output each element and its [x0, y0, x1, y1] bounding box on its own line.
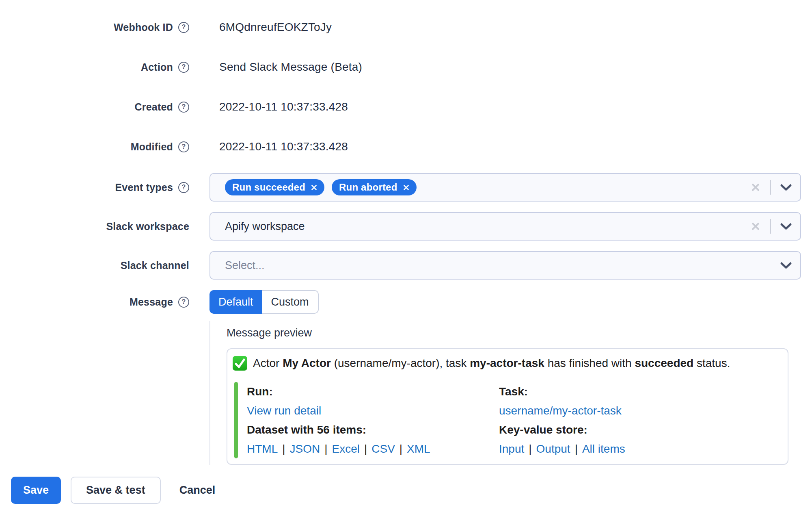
chevron-down-icon[interactable]	[779, 221, 793, 232]
format-link-csv[interactable]: CSV	[371, 443, 395, 456]
save-button[interactable]: Save	[11, 477, 61, 504]
actor-name: My Actor	[283, 357, 331, 369]
slack-workspace-label: Slack workspace	[106, 221, 189, 232]
select-divider	[770, 180, 771, 195]
message-preview-title: Message preview	[227, 327, 812, 339]
help-icon[interactable]: ?	[178, 102, 189, 113]
store-link-output[interactable]: Output	[536, 443, 570, 456]
status-text: Actor My Actor (username/my-actor), task…	[253, 357, 730, 370]
task-title: Task:	[499, 382, 780, 401]
slack-workspace-select[interactable]: Apify workspace	[209, 212, 801, 241]
slack-workspace-row: Slack workspace Apify workspace	[0, 212, 812, 241]
clear-icon[interactable]	[749, 181, 762, 194]
slack-channel-label: Slack channel	[121, 260, 189, 271]
event-types-row: Event types ? Run succeeded Run aborted	[0, 173, 812, 202]
help-icon[interactable]: ?	[178, 62, 189, 73]
event-type-tag: Run aborted	[332, 179, 417, 195]
modified-label: Modified	[131, 141, 173, 153]
chevron-down-icon[interactable]	[779, 182, 793, 193]
help-icon[interactable]: ?	[178, 141, 189, 152]
tag-remove-icon[interactable]	[311, 184, 317, 191]
key-value-store-label: Key-value store:	[499, 420, 780, 439]
task-column: Task: username/my-actor-task Key-value s…	[499, 382, 780, 458]
format-link-html[interactable]: HTML	[247, 443, 278, 456]
created-value: 2022-10-11 10:37:33.428	[209, 100, 348, 113]
chevron-down-icon[interactable]	[779, 260, 793, 271]
task-name: my-actor-task	[470, 357, 544, 369]
run-title: Run:	[247, 382, 499, 401]
message-row: Message ? Default Custom	[0, 290, 812, 314]
created-label: Created	[135, 101, 173, 113]
link-separator: |	[364, 443, 367, 456]
tag-remove-icon[interactable]	[403, 184, 409, 191]
store-link-input[interactable]: Input	[499, 443, 524, 456]
link-separator: |	[400, 443, 402, 456]
action-value: Send Slack Message (Beta)	[209, 61, 362, 73]
link-separator: |	[282, 443, 285, 456]
status-suffix: status.	[693, 357, 730, 369]
status-value: succeeded	[635, 357, 693, 369]
slack-attachment: Run: View run detail Dataset with 56 ite…	[234, 382, 780, 458]
format-links: HTML|JSON|Excel|CSV|XML	[247, 439, 499, 458]
form-actions: Save Save & test Cancel	[11, 477, 812, 504]
slack-workspace-value: Apify workspace	[225, 220, 305, 233]
tab-custom[interactable]: Custom	[262, 290, 319, 314]
tag-label: Run aborted	[339, 182, 397, 193]
status-middle1: (username/my-actor), task	[331, 357, 470, 369]
status-prefix: Actor	[253, 357, 283, 369]
status-line: Actor My Actor (username/my-actor), task…	[232, 355, 780, 371]
status-middle2: has finished with	[544, 357, 635, 369]
event-types-label: Event types	[115, 182, 173, 193]
webhook-id-value: 6MQdnreufEOKZToJy	[209, 21, 332, 33]
store-links: Input|Output|All items	[499, 439, 780, 458]
event-types-select[interactable]: Run succeeded Run aborted	[209, 173, 801, 202]
message-preview-section: Message preview Actor M	[209, 321, 812, 465]
message-label: Message	[130, 296, 173, 308]
modified-row: Modified ? 2022-10-11 10:37:33.428	[0, 127, 812, 167]
help-icon[interactable]: ?	[178, 297, 189, 308]
success-check-icon	[232, 356, 248, 371]
run-column: Run: View run detail Dataset with 56 ite…	[247, 382, 499, 458]
format-link-excel[interactable]: Excel	[332, 443, 359, 456]
cancel-button[interactable]: Cancel	[179, 477, 216, 504]
tag-label: Run succeeded	[232, 182, 305, 193]
slack-channel-select[interactable]: Select...	[209, 251, 801, 280]
slack-channel-row: Slack channel Select...	[0, 251, 812, 280]
format-link-xml[interactable]: XML	[407, 443, 430, 456]
webhook-id-row: Webhook ID ? 6MQdnreufEOKZToJy	[0, 7, 812, 47]
action-label: Action	[141, 61, 173, 73]
webhook-form: Webhook ID ? 6MQdnreufEOKZToJy Action ? …	[0, 0, 812, 465]
tab-default[interactable]: Default	[209, 290, 262, 314]
task-link[interactable]: username/my-actor-task	[499, 404, 622, 417]
link-separator: |	[324, 443, 327, 456]
link-separator: |	[529, 443, 531, 456]
created-row: Created ? 2022-10-11 10:37:33.428	[0, 87, 812, 127]
modified-value: 2022-10-11 10:37:33.428	[209, 140, 348, 153]
view-run-detail-link[interactable]: View run detail	[247, 404, 321, 417]
store-link-all-items[interactable]: All items	[582, 443, 625, 456]
link-separator: |	[575, 443, 578, 456]
webhook-id-label: Webhook ID	[114, 22, 173, 33]
message-mode-toggle: Default Custom	[209, 290, 319, 314]
slack-channel-placeholder: Select...	[225, 259, 265, 272]
clear-icon[interactable]	[749, 220, 762, 233]
help-icon[interactable]: ?	[178, 182, 189, 193]
format-link-json[interactable]: JSON	[290, 443, 320, 456]
message-preview-card: Actor My Actor (username/my-actor), task…	[227, 348, 788, 465]
event-type-tag: Run succeeded	[225, 179, 324, 195]
select-divider	[770, 219, 771, 234]
attachment-bar	[234, 382, 238, 458]
action-row: Action ? Send Slack Message (Beta)	[0, 47, 812, 87]
dataset-items-label: Dataset with 56 items:	[247, 420, 499, 439]
save-and-test-button[interactable]: Save & test	[71, 477, 161, 504]
help-icon[interactable]: ?	[178, 22, 189, 33]
